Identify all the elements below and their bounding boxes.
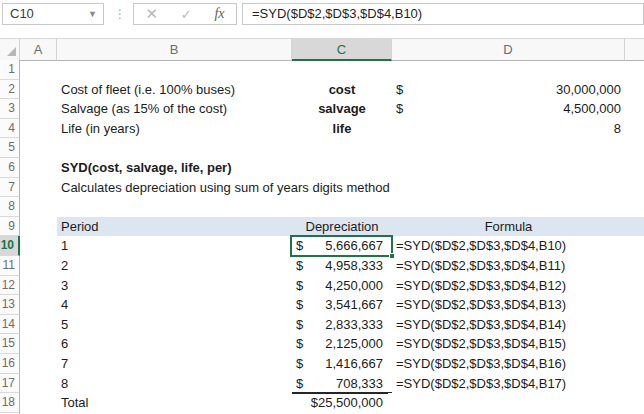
row-header-12[interactable]: 12 [0, 276, 20, 296]
formula-bar-buttons: ✕ ✓ fx [133, 3, 237, 25]
cell-D14[interactable]: =SYD($D$2,$D$3,$D$4,B14) [392, 315, 625, 335]
cell-D17[interactable]: =SYD($D$2,$D$3,$D$4,B17) [392, 374, 625, 394]
cell-D3[interactable]: $ 4,500,000 [392, 99, 625, 119]
cell-B10[interactable]: 1 [57, 236, 292, 256]
select-all-icon [7, 47, 16, 56]
column-header-e[interactable] [625, 39, 644, 61]
cell-B17[interactable]: 8 [57, 374, 292, 394]
cell-B16[interactable]: 7 [57, 354, 292, 374]
enter-icon[interactable]: ✓ [181, 7, 192, 22]
currency-symbol: $ [296, 256, 303, 276]
currency-symbol: $ [296, 236, 303, 256]
currency-symbol: $ [296, 295, 303, 315]
row-header-2[interactable]: 2 [0, 80, 20, 100]
cell-B15[interactable]: 6 [57, 334, 292, 354]
cell-C10[interactable]: $5,666,667 [292, 236, 392, 256]
row-header-6[interactable]: 6 [0, 158, 20, 178]
row-header-1[interactable]: 1 [0, 60, 20, 80]
currency-symbol: $ [296, 354, 303, 374]
cell-B2[interactable]: Cost of fleet (i.e. 100% buses) [57, 80, 292, 100]
cell-D12[interactable]: =SYD($D$2,$D$3,$D$4,B12) [392, 276, 625, 296]
cell-C16[interactable]: $1,416,667 [292, 354, 392, 374]
cell-D15[interactable]: =SYD($D$2,$D$3,$D$4,B15) [392, 334, 625, 354]
cell-B6[interactable]: SYD(cost, salvage, life, per) [57, 158, 457, 178]
cell-D2[interactable]: $ 30,000,000 [392, 80, 625, 100]
row-header-7[interactable]: 7 [0, 178, 20, 198]
cell-B12[interactable]: 3 [57, 276, 292, 296]
column-header-b[interactable]: B [57, 39, 292, 61]
cell-D10[interactable]: =SYD($D$2,$D$3,$D$4,B10) [392, 236, 625, 256]
cell-B4[interactable]: Life (in years) [57, 119, 292, 139]
cell-value: 1,416,667 [292, 354, 392, 374]
cell-C3[interactable]: salvage [292, 99, 392, 119]
cell-C13[interactable]: $3,541,667 [292, 295, 392, 315]
cell-C2[interactable]: cost [292, 80, 392, 100]
row-header-5[interactable]: 5 [0, 138, 20, 158]
cell-C9-depreciation-header[interactable]: Depreciation [292, 217, 392, 237]
cell-C4[interactable]: life [292, 119, 392, 139]
column-header-c[interactable]: C [292, 39, 392, 61]
cell-C15[interactable]: $2,125,000 [292, 334, 392, 354]
currency-symbol: $ [296, 334, 303, 354]
row-header-11[interactable]: 11 [0, 256, 20, 276]
cell-B14[interactable]: 5 [57, 315, 292, 335]
cell-C14[interactable]: $2,833,333 [292, 315, 392, 335]
currency-symbol: $ [296, 276, 303, 296]
cell-B7[interactable]: Calculates depreciation using sum of yea… [57, 178, 457, 198]
row-header-3[interactable]: 3 [0, 99, 20, 119]
formula-input[interactable]: =SYD($D$2,$D$3,$D$4,B10) [242, 3, 644, 25]
row-header-14[interactable]: 14 [0, 315, 20, 335]
sum-border-line [292, 393, 388, 394]
cell-B11[interactable]: 2 [57, 256, 292, 276]
excel-window: C10 ▼ ⋮ ✕ ✓ fx =SYD($D$2,$D$3,$D$4,B10) … [0, 0, 644, 414]
name-box-value: C10 [3, 6, 34, 21]
row-header-9[interactable]: 9 [0, 217, 20, 237]
row-header-8[interactable]: 8 [0, 197, 20, 217]
currency-symbol: $ [296, 315, 303, 335]
currency-symbol: $ [396, 80, 403, 100]
row-header-10[interactable]: 10 [0, 236, 20, 256]
column-header-d[interactable]: D [392, 39, 625, 61]
cell-value: 4,500,000 [392, 99, 625, 119]
currency-symbol: $ [296, 374, 303, 394]
cell-value: 2,125,000 [292, 334, 392, 354]
row-header-18[interactable]: 18 [0, 393, 20, 413]
formula-text: =SYD($D$2,$D$3,$D$4,B10) [252, 6, 422, 21]
row-header-17[interactable]: 17 [0, 374, 20, 394]
row-header-13[interactable]: 13 [0, 295, 20, 315]
cell-D9-formula-header[interactable]: Formula [392, 217, 625, 237]
select-all-button[interactable] [0, 39, 20, 61]
cell-value: 30,000,000 [392, 80, 625, 100]
cell-value: 708,333 [292, 374, 392, 394]
name-box-dropdown-icon[interactable]: ▼ [88, 4, 97, 24]
cell-value: 5,666,667 [292, 236, 392, 256]
cell-B18-total-label[interactable]: Total [57, 393, 292, 413]
row-header-16[interactable]: 16 [0, 354, 20, 374]
formula-bar-separator: ⋮ [112, 3, 128, 25]
column-header-a[interactable]: A [20, 39, 57, 61]
cell-D16[interactable]: =SYD($D$2,$D$3,$D$4,B16) [392, 354, 625, 374]
currency-symbol: $ [396, 99, 403, 119]
cell-B13[interactable]: 4 [57, 295, 292, 315]
cell-value: 2,833,333 [292, 315, 392, 335]
cell-D11[interactable]: =SYD($D$2,$D$3,$D$4,B11) [392, 256, 625, 276]
cell-B9-period-header[interactable]: Period [57, 217, 292, 237]
row-header-15[interactable]: 15 [0, 334, 20, 354]
cell-value: 4,250,000 [292, 276, 392, 296]
cell-D13[interactable]: =SYD($D$2,$D$3,$D$4,B13) [392, 295, 625, 315]
cell-B3[interactable]: Salvage (as 15% of the cost) [57, 99, 292, 119]
row-header-4[interactable]: 4 [0, 119, 20, 139]
insert-function-icon[interactable]: fx [214, 6, 224, 22]
cell-D4[interactable]: 8 [392, 119, 625, 139]
cell-C12[interactable]: $4,250,000 [292, 276, 392, 296]
column-header-strip: A B C D [0, 38, 644, 60]
cell-value: 3,541,667 [292, 295, 392, 315]
cell-C11[interactable]: $4,958,333 [292, 256, 392, 276]
name-box[interactable]: C10 ▼ [2, 3, 104, 25]
cell-value: 4,958,333 [292, 256, 392, 276]
cell-C17[interactable]: $708,333 [292, 374, 392, 394]
cell-C18-total-value[interactable]: $25,500,000 [292, 393, 392, 413]
cancel-icon[interactable]: ✕ [145, 5, 158, 23]
